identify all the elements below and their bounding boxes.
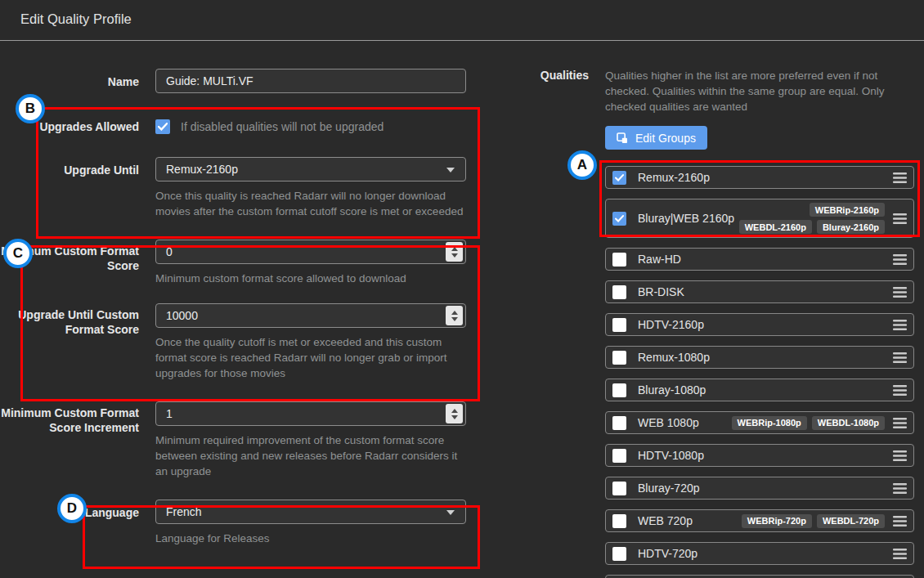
drag-handle-icon[interactable] [893, 483, 907, 494]
quality-name: HDTV-1080p [638, 449, 704, 462]
quality-name: Bluray|WEB 2160p [638, 212, 734, 225]
quality-item[interactable]: HDTV-1080p [605, 444, 914, 467]
quality-group-badge: WEBDL-720p [817, 514, 885, 528]
spinner-down-icon[interactable] [451, 317, 458, 321]
spinner-up-icon[interactable] [451, 409, 458, 413]
check-icon [615, 174, 624, 181]
min-custom-format-score-input[interactable] [155, 240, 466, 264]
upgrades-allowed-help: If disabled qualities will not be upgrad… [181, 120, 384, 133]
upgrade-until-help: Once this quality is reached Radarr will… [155, 188, 466, 219]
quality-item[interactable]: Bluray-1080p [605, 379, 914, 401]
drag-handle-icon[interactable] [893, 418, 907, 428]
quality-item[interactable]: HDTV-720p [605, 542, 914, 565]
quality-item[interactable]: Raw-HD [605, 248, 914, 271]
quality-name: BR-DISK [638, 285, 684, 298]
language-value: French [166, 505, 202, 518]
spinner-up-icon[interactable] [451, 311, 458, 315]
upgrade-until-custom-format-score-input[interactable] [155, 303, 466, 328]
upgrade-until-custom-format-score-help: Once the quality cutoff is met or exceed… [155, 334, 466, 381]
quality-checkbox[interactable] [612, 318, 626, 332]
spinner-up-icon[interactable] [451, 247, 458, 251]
quality-item[interactable]: Remux-2160p [605, 166, 914, 189]
number-spinner[interactable] [446, 306, 463, 325]
quality-group-badge: WEBDL-2160p [739, 220, 812, 234]
quality-checkbox[interactable] [612, 285, 626, 299]
quality-checkbox[interactable] [612, 449, 626, 463]
number-spinner[interactable] [446, 242, 463, 262]
min-custom-format-score-label: Minimum Custom Format Score [0, 240, 139, 273]
quality-item[interactable]: BR-DISK [605, 280, 914, 303]
quality-checkbox[interactable] [612, 253, 626, 267]
quality-item[interactable]: WEB 1080p WEBRip-1080pWEBDL-1080p [605, 411, 914, 434]
quality-group-badge: WEBRip-720p [742, 514, 812, 528]
upgrade-until-label: Upgrade Until [0, 157, 139, 177]
quality-name: Remux-1080p [638, 351, 710, 364]
number-spinner[interactable] [446, 404, 463, 423]
drag-handle-icon[interactable] [893, 352, 907, 363]
quality-checkbox[interactable] [612, 416, 626, 430]
quality-item[interactable]: Bluray-720p [605, 477, 914, 500]
min-custom-format-score-increment-help: Minimum required improvement of the cust… [155, 432, 466, 479]
chevron-down-icon [446, 510, 455, 515]
drag-handle-icon[interactable] [893, 213, 907, 224]
spinner-down-icon[interactable] [451, 415, 458, 419]
spinner-down-icon[interactable] [451, 253, 458, 258]
upgrades-allowed-checkbox[interactable] [155, 119, 170, 134]
upgrade-until-select[interactable]: Remux-2160p [155, 157, 466, 181]
quality-name: WEB 1080p [638, 416, 699, 429]
upgrades-allowed-label: Upgrades Allowed [0, 119, 139, 134]
quality-badges: WEBRip-720pWEBDL-720p [742, 514, 885, 528]
edit-groups-button[interactable]: Edit Groups [605, 126, 707, 150]
qualities-label: Qualities [523, 68, 589, 82]
quality-group-badge: Bluray-2160p [817, 220, 885, 234]
quality-group-badge: WEBRip-1080p [732, 416, 807, 430]
quality-item[interactable]: HDTV-2160p [605, 313, 914, 336]
drag-handle-icon[interactable] [893, 385, 907, 396]
quality-checkbox[interactable] [612, 171, 626, 185]
min-custom-format-score-increment-input[interactable] [155, 401, 466, 426]
drag-handle-icon[interactable] [893, 320, 907, 330]
drag-handle-icon[interactable] [893, 254, 907, 265]
quality-name: Bluray-720p [638, 482, 700, 495]
quality-name: Remux-2160p [638, 171, 710, 184]
name-label: Name [0, 69, 139, 89]
language-label: Language [0, 500, 139, 520]
quality-name: Bluray-1080p [638, 383, 706, 397]
drag-handle-icon[interactable] [893, 516, 907, 526]
quality-badges: WEBRip-2160pWEBDL-2160pBluray-2160p [734, 203, 885, 234]
upgrade-until-value: Remux-2160p [166, 163, 238, 176]
edit-groups-label: Edit Groups [635, 132, 696, 145]
quality-name: HDTV-2160p [638, 318, 704, 331]
qualities-section: Qualities Qualities higher in the list a… [523, 41, 922, 578]
language-select[interactable]: French [155, 500, 466, 524]
dialog-title: Edit Quality Profile [20, 11, 904, 27]
profile-form: Name Upgrades Allowed If disabled qualit… [0, 41, 499, 546]
min-custom-format-score-help: Minimum custom format score allowed to d… [155, 271, 466, 286]
quality-checkbox[interactable] [612, 482, 626, 495]
quality-name: HDTV-720p [638, 547, 697, 560]
check-icon [158, 123, 168, 131]
drag-handle-icon[interactable] [893, 549, 907, 559]
quality-item[interactable]: Bluray|WEB 2160p WEBRip-2160pWEBDL-2160p… [605, 199, 914, 238]
quality-checkbox[interactable] [612, 383, 626, 397]
quality-group-badge: WEBRip-2160p [810, 203, 885, 217]
drag-handle-icon[interactable] [893, 450, 907, 461]
quality-name: WEB 720p [638, 514, 693, 527]
quality-name: Raw-HD [638, 253, 681, 266]
qualities-help: Qualities higher in the list are more pr… [605, 68, 916, 114]
quality-item[interactable]: WEB 720p WEBRip-720pWEBDL-720p [605, 509, 914, 532]
quality-checkbox[interactable] [612, 547, 626, 561]
drag-handle-icon[interactable] [893, 173, 907, 183]
name-input[interactable] [155, 69, 466, 93]
quality-checkbox[interactable] [612, 212, 626, 226]
quality-checkbox[interactable] [612, 351, 626, 365]
ungroup-icon [617, 132, 628, 144]
quality-badges: WEBRip-1080pWEBDL-1080p [732, 416, 885, 430]
quality-item[interactable]: Remux-1080p [605, 346, 914, 369]
quality-item[interactable]: Bluray-576p [605, 575, 914, 578]
quality-group-badge: WEBDL-1080p [812, 416, 885, 430]
upgrade-until-custom-format-score-label: Upgrade Until Custom Format Score [0, 303, 139, 337]
quality-checkbox[interactable] [612, 514, 626, 528]
qualities-list: Remux-2160p Bluray|WEB 2160p WEBRip-2160… [605, 166, 914, 578]
drag-handle-icon[interactable] [893, 287, 907, 298]
